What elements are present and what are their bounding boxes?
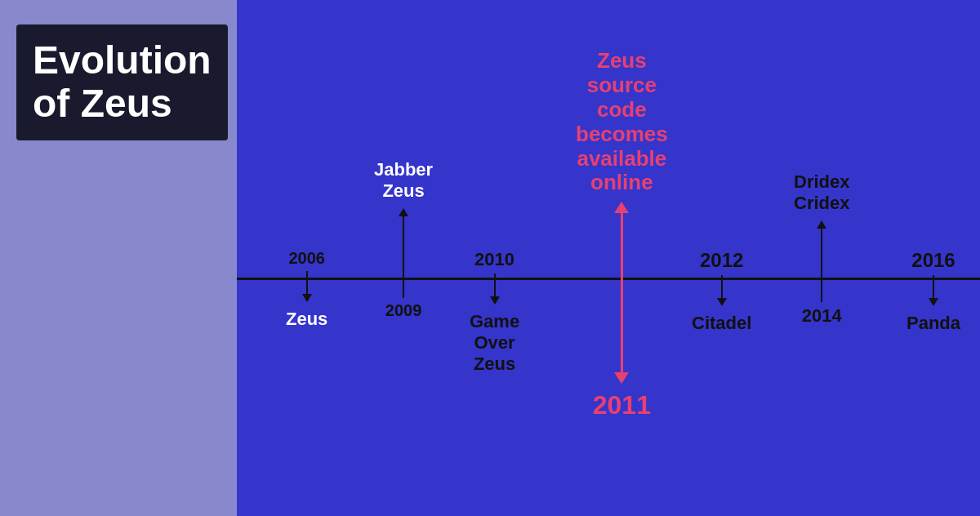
year-2006: 2006 — [286, 249, 327, 268]
year-2014: 2014 — [794, 305, 849, 327]
year-2012: 2012 — [692, 249, 751, 272]
event-2009: JabberZeus 2009 — [374, 159, 433, 320]
event-2016: 2016 Panda — [906, 249, 960, 334]
event-2006: 2006 Zeus — [286, 249, 327, 330]
label-zeus-source: Zeussourcecodebecomesavailableonline — [576, 49, 668, 195]
year-2009: 2009 — [374, 301, 433, 320]
left-panel: Evolution of Zeus — [0, 0, 237, 516]
title-box: Evolution of Zeus — [16, 24, 228, 140]
label-zeus: Zeus — [286, 309, 327, 330]
main-area: 2006 Zeus JabberZeus 2009 2010 Gam — [237, 0, 980, 516]
label-panda: Panda — [906, 313, 960, 334]
title-text: Evolution of Zeus — [33, 39, 212, 126]
year-2011: 2011 — [593, 390, 651, 420]
year-2016: 2016 — [906, 249, 960, 272]
event-2014: DridexCridex 2014 — [794, 171, 849, 327]
pink-arrow-up — [614, 202, 629, 213]
title-line1: Evolution — [33, 38, 212, 82]
event-2012: 2012 Citadel — [692, 249, 751, 334]
label-citadel: Citadel — [692, 313, 751, 334]
pink-line — [621, 213, 623, 372]
label-gameoverzeus: GameOverZeus — [470, 311, 519, 375]
label-jabberzeus: JabberZeus — [374, 159, 433, 202]
title-line2: of Zeus — [33, 82, 172, 125]
label-dridex: DridexCridex — [794, 171, 849, 214]
event-2011: Zeussourcecodebecomesavailableonline 201… — [576, 49, 668, 420]
pink-arrow-down — [614, 372, 629, 384]
event-2010: 2010 GameOverZeus — [470, 249, 519, 375]
year-2010: 2010 — [470, 249, 519, 270]
